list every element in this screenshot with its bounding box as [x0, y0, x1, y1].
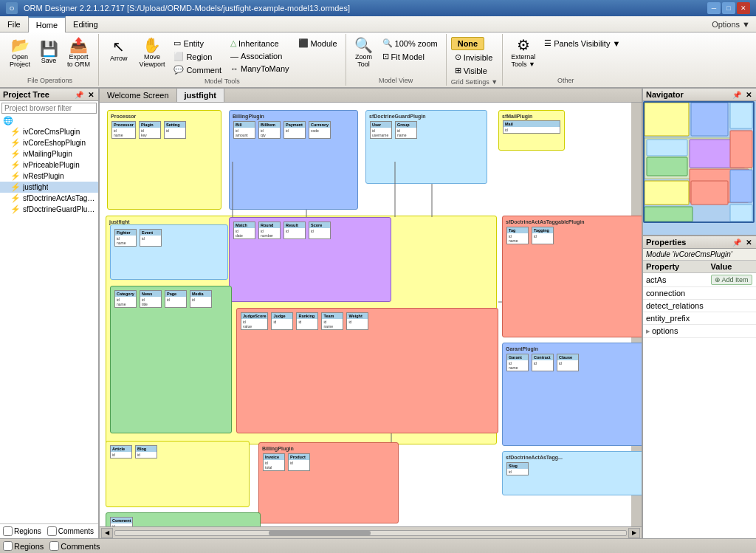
scroll-right-button[interactable]: ▶: [628, 528, 640, 538]
entity-box[interactable]: Invoice idtotal: [263, 453, 285, 471]
entity-box[interactable]: Currency code: [309, 121, 331, 139]
module-lightblue-mid[interactable]: Fighter idname Event id: [110, 224, 228, 280]
panel-pin-icon[interactable]: 📌: [73, 91, 85, 99]
module-billingplugin[interactable]: BillingPlugin Bill idamount BillItem idq…: [229, 110, 358, 210]
module-sfactas-bottom[interactable]: sfDoctrineActAsTagg... Slug id: [502, 451, 642, 495]
navigator-pin-icon[interactable]: 📌: [731, 91, 743, 99]
tree-item-ivcorecmsplugin[interactable]: ⚡ ivCoreCmsPlugin: [0, 126, 98, 137]
panels-visibility-button[interactable]: ☰ Panels Visibility ▼: [540, 37, 624, 49]
menu-tab-editing[interactable]: Editing: [66, 16, 106, 32]
module-billing-bottom[interactable]: BillingPlugin Invoice idtotal Product id: [258, 442, 399, 523]
tree-item-justfight[interactable]: ⚡ justfight: [0, 182, 98, 193]
tab-justfight[interactable]: justfight: [177, 89, 224, 102]
entity-box[interactable]: Processor idname: [111, 121, 136, 139]
entity-box[interactable]: Fighter idname: [114, 229, 137, 247]
horizontal-scrollbar[interactable]: ◀ ▶: [100, 526, 642, 538]
prop-value-actas[interactable]: ⊕ Add Item: [708, 273, 756, 287]
diagram-canvas[interactable]: Processor Processor idname Plugin idkey …: [100, 103, 642, 526]
entity-box[interactable]: Tagging id: [532, 227, 554, 244]
entity-box[interactable]: Match iddate: [233, 221, 255, 239]
navigator-close-icon[interactable]: ✕: [744, 91, 753, 99]
entity-box[interactable]: BillItem idqty: [258, 121, 281, 139]
module-sfactas[interactable]: sfDoctrineActAsTaggablePlugin Tag idname…: [502, 216, 642, 337]
module-garantplugin[interactable]: GarantPlugin Garant idname Contract id C…: [502, 343, 642, 446]
visible-grid-button[interactable]: ⊞ Visible: [451, 64, 491, 77]
manytomany-button[interactable]: ↔ ManyToMany: [227, 63, 292, 75]
prop-value-connection[interactable]: [708, 287, 756, 300]
module-salmon[interactable]: JudgeScore idvalue Judge id Ranking id: [236, 308, 498, 433]
entity-box[interactable]: JudgeScore idvalue: [241, 312, 268, 330]
move-viewport-button[interactable]: ✋ MoveViewport: [136, 35, 169, 70]
tree-item-sfdoctrineactas[interactable]: ⚡ sfDoctrineActAsTagg...: [0, 193, 98, 204]
prop-value-entity-prefix[interactable]: [708, 312, 756, 325]
save-button[interactable]: 💾 Save: [35, 39, 62, 66]
properties-close-icon[interactable]: ✕: [744, 238, 753, 247]
entity-box[interactable]: Media id: [190, 290, 212, 308]
tree-item-root[interactable]: 🌐: [0, 115, 98, 126]
open-project-button[interactable]: 📂 OpenProject: [6, 35, 34, 70]
project-filter-input[interactable]: [1, 103, 97, 114]
prop-name-options[interactable]: ▸options: [643, 325, 708, 338]
tree-item-ivrestplugin[interactable]: ⚡ ivRestPlugin: [0, 171, 98, 182]
entity-box[interactable]: Tag idname: [506, 227, 529, 244]
external-tools-button[interactable]: ⚙ ExternalTools ▼: [507, 35, 539, 70]
entity-box[interactable]: News idtitle: [140, 290, 162, 308]
status-regions-label[interactable]: Regions: [3, 541, 44, 551]
zoom-percent-button[interactable]: 🔍 100% zoom: [379, 37, 441, 49]
entity-box[interactable]: Page id: [165, 290, 187, 308]
add-item-button[interactable]: ⊕ Add Item: [711, 275, 752, 285]
regions-checkbox[interactable]: [3, 526, 13, 536]
entity-box[interactable]: Product id: [288, 453, 310, 471]
regions-checkbox-label[interactable]: Regions: [3, 526, 41, 536]
entity-box[interactable]: Slug id: [506, 462, 529, 475]
entity-box[interactable]: Category idname: [114, 290, 137, 308]
status-regions-checkbox[interactable]: [3, 541, 13, 551]
entity-box[interactable]: Clause id: [557, 354, 579, 371]
scroll-track[interactable]: [114, 530, 627, 536]
entity-box[interactable]: Event id: [140, 229, 162, 247]
entity-box[interactable]: Payment id: [284, 121, 306, 139]
scroll-thumb[interactable]: [269, 531, 371, 535]
entity-box[interactable]: Article id: [110, 445, 132, 458]
export-to-orm-button[interactable]: 📤 Exportto ORM: [63, 35, 94, 70]
entity-box[interactable]: Score id: [309, 221, 331, 239]
association-button[interactable]: — Association: [227, 50, 292, 62]
expand-icon[interactable]: ▸: [646, 326, 650, 335]
module-green[interactable]: Category idname News idtitle Page id M: [110, 286, 232, 433]
module-purple[interactable]: Match iddate Round idnumber Result id: [229, 217, 391, 302]
fit-model-button[interactable]: ⊡ Fit Model: [379, 50, 441, 63]
module-button[interactable]: ⬛ Module: [295, 37, 341, 49]
inheritance-button[interactable]: △ Inheritance: [227, 37, 292, 49]
entity-box[interactable]: Bill idamount: [233, 121, 255, 139]
status-comments-checkbox[interactable]: [49, 541, 59, 551]
entity-box[interactable]: Garant idname: [506, 354, 529, 371]
entity-box[interactable]: Comment idbody: [110, 517, 133, 526]
entity-box[interactable]: User idusername: [370, 121, 392, 139]
invisible-grid-button[interactable]: ⊙ Invisible: [451, 51, 497, 63]
entity-box[interactable]: Blog id: [135, 445, 157, 458]
entity-box[interactable]: Mail id: [503, 120, 560, 134]
entity-box[interactable]: Weight id: [346, 312, 368, 330]
tree-item-sfdoctrineguard[interactable]: ⚡ sfDoctrineGuardPlugin: [0, 204, 98, 215]
entity-box[interactable]: Round idnumber: [258, 221, 281, 239]
entity-button[interactable]: ▭ Entity: [170, 37, 225, 49]
entity-box[interactable]: Contract id: [532, 354, 554, 371]
entity-box[interactable]: Group idname: [395, 121, 417, 139]
status-comments-label[interactable]: Comments: [49, 541, 100, 551]
scroll-left-button[interactable]: ◀: [101, 528, 113, 538]
module-sfmailplugin[interactable]: sfMailPlugin Mail id: [498, 110, 565, 151]
menu-tab-file[interactable]: File: [0, 16, 28, 32]
entity-box[interactable]: Setting id: [164, 121, 186, 139]
module-sfdoctrineguardplugin[interactable]: sfDoctrineGuardPlugin User idusername Gr…: [365, 110, 487, 184]
none-grid-button[interactable]: None: [451, 37, 485, 50]
properties-pin-icon[interactable]: 📌: [731, 238, 743, 247]
entity-box[interactable]: Team idname: [321, 312, 343, 330]
module-yellow-bottom-left[interactable]: Article id Blog id: [106, 441, 250, 507]
entity-box[interactable]: Plugin idkey: [139, 121, 161, 139]
entity-box[interactable]: Judge id: [271, 312, 293, 330]
module-green-bottom[interactable]: Comment idbody: [106, 512, 261, 526]
close-button[interactable]: ✕: [737, 2, 750, 14]
tree-item-ivmailingplugin[interactable]: ⚡ ivMailingPlugin: [0, 148, 98, 159]
prop-value-options[interactable]: [708, 325, 756, 338]
menu-tab-home[interactable]: Home: [28, 16, 66, 32]
